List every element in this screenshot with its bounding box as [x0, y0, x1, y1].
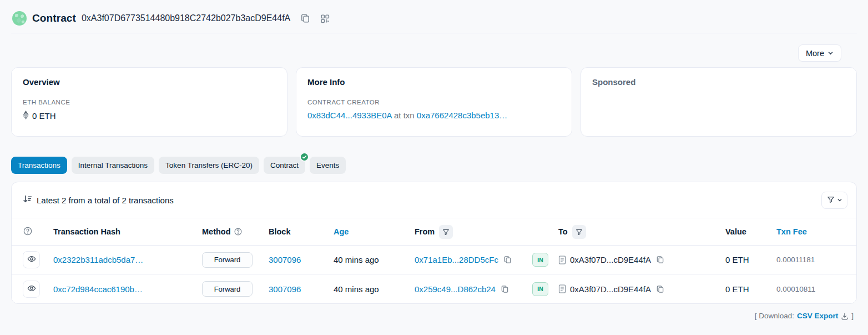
contract-page: Contract 0xA3f07D6773514480b918C2742b027…: [0, 0, 868, 335]
more-info-card-title: More Info: [307, 77, 561, 87]
copy-to-address-button[interactable]: [655, 284, 665, 294]
tab-internal-transactions-label: Internal Transactions: [78, 161, 148, 169]
contract-identicon-avatar: [12, 11, 27, 26]
overview-card-title: Overview: [23, 77, 276, 87]
column-age-toggle[interactable]: Age: [334, 227, 349, 236]
table-summary-text: Latest 2 from a total of 2 transactions: [37, 196, 174, 205]
tab-contract-label: Contract: [270, 161, 299, 169]
tab-transactions-label: Transactions: [18, 161, 60, 169]
csv-export-link[interactable]: CSV Export: [797, 312, 838, 320]
sponsored-card-title: Sponsored: [592, 77, 845, 87]
tab-token-transfers[interactable]: Token Transfers (ERC-20): [159, 157, 259, 174]
tab-transactions[interactable]: Transactions: [11, 157, 67, 174]
column-method-label: Method: [202, 227, 231, 236]
txn-fee-cell: 0.00011181: [776, 256, 845, 264]
copy-icon: [656, 256, 664, 264]
copy-icon: [503, 256, 512, 264]
eth-balance-value: 0 ETH: [32, 111, 56, 121]
copy-icon: [656, 285, 664, 293]
to-address-text[interactable]: 0xA3f07D...cD9E44fA: [570, 284, 651, 294]
info-cards: Overview ETH BALANCE 0 ETH More Info CON…: [11, 67, 857, 137]
chevron-down-icon: [827, 49, 834, 58]
tx-preview-button[interactable]: [23, 251, 40, 268]
direction-badge: IN: [532, 253, 548, 267]
tx-hash-link[interactable]: 0x2322b311adcb5da7…: [53, 255, 143, 264]
block-link[interactable]: 3007096: [269, 284, 301, 294]
column-value: Value: [725, 227, 776, 236]
document-icon: [558, 284, 566, 293]
tx-hash-link[interactable]: 0xc72d984ccac6190b…: [53, 284, 143, 294]
copy-address-button[interactable]: [299, 12, 311, 24]
download-suffix-text: ]: [851, 312, 854, 320]
funnel-icon: [827, 196, 835, 205]
download-row: [ Download: CSV Export ]: [14, 312, 854, 320]
table-row: 0xc72d984ccac6190b… Forward 3007096 40 m…: [12, 274, 856, 303]
table-row: 0x2322b311adcb5da7… Forward 3007096 40 m…: [12, 246, 856, 274]
age-cell: 40 mins ago: [334, 255, 415, 264]
more-dropdown-label: More: [806, 49, 824, 58]
contract-address: 0xA3f07D6773514480b918C2742b027b3acD9E44…: [82, 13, 290, 23]
eye-icon: [27, 284, 36, 294]
column-block: Block: [269, 227, 334, 236]
table-header-row: Transaction Hash Method Block Age From: [12, 218, 856, 246]
help-icon[interactable]: [23, 226, 33, 238]
more-info-card: More Info CONTRACT CREATOR 0x83dC44...49…: [296, 67, 572, 137]
to-address-text[interactable]: 0xA3f07D...cD9E44fA: [570, 255, 651, 264]
column-to-label: To: [558, 227, 568, 236]
value-cell: 0 ETH: [725, 284, 776, 294]
age-cell: 40 mins ago: [334, 284, 415, 294]
overview-card: Overview ETH BALANCE 0 ETH: [11, 67, 287, 137]
sort-descending-icon: [23, 194, 32, 206]
column-from: From: [415, 225, 532, 239]
column-from-label: From: [415, 227, 435, 236]
column-to: To: [558, 225, 725, 239]
chevron-down-icon: [837, 196, 842, 204]
verified-check-icon: [300, 152, 309, 162]
more-dropdown-button[interactable]: More: [798, 44, 841, 62]
tab-contract[interactable]: Contract: [264, 157, 305, 174]
tab-token-transfers-label: Token Transfers (ERC-20): [165, 161, 253, 169]
to-filter-button[interactable]: [572, 225, 586, 239]
column-txn-fee-toggle[interactable]: Txn Fee: [776, 227, 807, 236]
transactions-panel: Latest 2 from a total of 2 transactions: [11, 182, 857, 304]
download-icon[interactable]: [841, 312, 849, 320]
txn-fee-cell: 0.00010811: [776, 285, 845, 293]
table-summary-row: Latest 2 from a total of 2 transactions: [12, 182, 856, 218]
actions-row: More: [0, 33, 868, 62]
column-help: [23, 226, 53, 238]
method-badge: Forward: [202, 252, 253, 268]
copy-from-address-button[interactable]: [499, 284, 510, 294]
tab-internal-transactions[interactable]: Internal Transactions: [72, 157, 154, 174]
tab-events[interactable]: Events: [310, 157, 346, 174]
contract-creator-label: CONTRACT CREATOR: [307, 99, 561, 106]
copy-to-address-button[interactable]: [655, 254, 665, 265]
copy-icon: [300, 13, 310, 23]
from-filter-button[interactable]: [439, 225, 453, 239]
creation-txn-link[interactable]: 0xa7662428c3b5eb13…: [417, 111, 507, 120]
from-address-link[interactable]: 0x71a1Eb...28DD5cFc: [415, 255, 498, 264]
column-method: Method: [202, 227, 269, 236]
eye-icon: [27, 254, 36, 265]
copy-icon: [501, 285, 509, 293]
tab-events-label: Events: [316, 161, 339, 169]
page-title: Contract: [32, 12, 76, 24]
method-badge: Forward: [202, 281, 253, 297]
value-cell: 0 ETH: [725, 255, 776, 264]
eth-diamond-icon: [23, 111, 29, 121]
document-icon: [558, 256, 566, 264]
qr-code-button[interactable]: [319, 13, 331, 24]
creator-connector-text: at txn: [394, 111, 415, 120]
tx-preview-button[interactable]: [23, 281, 40, 298]
qr-code-icon: [320, 14, 330, 23]
column-transaction-hash: Transaction Hash: [53, 227, 202, 236]
help-icon[interactable]: [234, 227, 243, 236]
block-link[interactable]: 3007096: [269, 255, 301, 264]
download-prefix-text: [ Download:: [755, 312, 794, 320]
table-filter-button[interactable]: [821, 192, 847, 209]
creator-address-link[interactable]: 0x83dC44...4933BE0A: [307, 111, 392, 120]
eth-balance-label: ETH BALANCE: [23, 99, 276, 106]
copy-from-address-button[interactable]: [502, 254, 513, 265]
tab-bar: Transactions Internal Transactions Token…: [11, 157, 857, 174]
page-header: Contract 0xA3f07D6773514480b918C2742b027…: [0, 0, 868, 33]
from-address-link[interactable]: 0x259c49...D862cb24: [415, 284, 496, 294]
